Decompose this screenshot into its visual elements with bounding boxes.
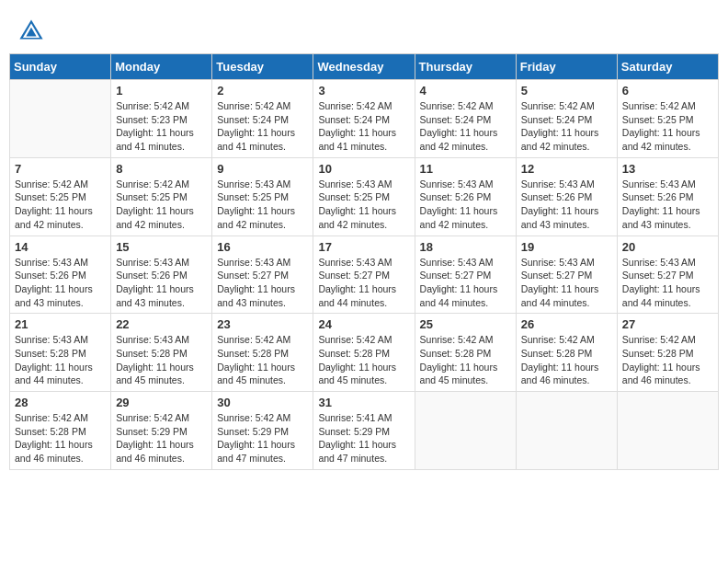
day-info: Sunrise: 5:43 AM Sunset: 5:25 PM Dayligh… [217, 178, 308, 232]
day-info: Sunrise: 5:42 AM Sunset: 5:24 PM Dayligh… [521, 99, 612, 154]
calendar-day-cell: 12Sunrise: 5:43 AM Sunset: 5:26 PM Dayli… [516, 157, 617, 236]
calendar-day-cell [516, 392, 617, 470]
day-number: 26 [521, 317, 612, 331]
day-info: Sunrise: 5:42 AM Sunset: 5:23 PM Dayligh… [116, 99, 207, 154]
calendar-day-cell: 2Sunrise: 5:42 AM Sunset: 5:24 PM Daylig… [212, 80, 313, 158]
day-info: Sunrise: 5:43 AM Sunset: 5:27 PM Dayligh… [622, 256, 713, 310]
day-info: Sunrise: 5:43 AM Sunset: 5:26 PM Dayligh… [420, 178, 511, 232]
calendar-day-cell: 30Sunrise: 5:42 AM Sunset: 5:29 PM Dayli… [212, 392, 313, 470]
calendar-day-cell: 26Sunrise: 5:42 AM Sunset: 5:28 PM Dayli… [516, 314, 617, 392]
day-info: Sunrise: 5:42 AM Sunset: 5:28 PM Dayligh… [217, 333, 308, 387]
day-info: Sunrise: 5:43 AM Sunset: 5:27 PM Dayligh… [521, 256, 612, 310]
day-info: Sunrise: 5:43 AM Sunset: 5:26 PM Dayligh… [116, 256, 207, 310]
calendar-day-cell: 28Sunrise: 5:42 AM Sunset: 5:28 PM Dayli… [10, 392, 111, 470]
day-number: 27 [622, 317, 713, 331]
day-info: Sunrise: 5:43 AM Sunset: 5:27 PM Dayligh… [217, 256, 308, 310]
weekday-header-sunday: Sunday [10, 54, 111, 80]
day-number: 22 [116, 317, 207, 331]
day-info: Sunrise: 5:42 AM Sunset: 5:25 PM Dayligh… [15, 178, 106, 232]
day-number: 5 [521, 84, 612, 98]
day-number: 1 [116, 84, 207, 98]
weekday-header-monday: Monday [111, 54, 212, 80]
calendar-day-cell: 8Sunrise: 5:42 AM Sunset: 5:25 PM Daylig… [111, 157, 212, 236]
day-info: Sunrise: 5:41 AM Sunset: 5:29 PM Dayligh… [318, 411, 409, 465]
day-info: Sunrise: 5:42 AM Sunset: 5:25 PM Dayligh… [622, 99, 713, 154]
day-number: 14 [15, 240, 106, 254]
day-number: 25 [420, 317, 511, 331]
calendar-day-cell: 22Sunrise: 5:43 AM Sunset: 5:28 PM Dayli… [111, 314, 212, 392]
calendar-day-cell [10, 80, 111, 158]
day-info: Sunrise: 5:43 AM Sunset: 5:27 PM Dayligh… [318, 256, 409, 310]
day-number: 12 [521, 162, 612, 176]
calendar-day-cell: 19Sunrise: 5:43 AM Sunset: 5:27 PM Dayli… [516, 236, 617, 314]
day-number: 3 [318, 84, 409, 98]
day-info: Sunrise: 5:42 AM Sunset: 5:28 PM Dayligh… [521, 333, 612, 387]
calendar-day-cell: 13Sunrise: 5:43 AM Sunset: 5:26 PM Dayli… [617, 157, 718, 236]
day-info: Sunrise: 5:43 AM Sunset: 5:25 PM Dayligh… [318, 178, 409, 232]
day-info: Sunrise: 5:42 AM Sunset: 5:24 PM Dayligh… [420, 99, 511, 154]
calendar-day-cell: 7Sunrise: 5:42 AM Sunset: 5:25 PM Daylig… [10, 157, 111, 236]
day-number: 29 [116, 396, 207, 409]
day-number: 11 [420, 162, 511, 176]
calendar-table: SundayMondayTuesdayWednesdayThursdayFrid… [9, 53, 719, 470]
weekday-header-row: SundayMondayTuesdayWednesdayThursdayFrid… [10, 54, 719, 80]
day-info: Sunrise: 5:42 AM Sunset: 5:29 PM Dayligh… [116, 411, 207, 465]
calendar-day-cell: 24Sunrise: 5:42 AM Sunset: 5:28 PM Dayli… [313, 314, 415, 392]
day-info: Sunrise: 5:42 AM Sunset: 5:29 PM Dayligh… [217, 411, 308, 465]
day-number: 28 [15, 396, 106, 409]
calendar-day-cell: 6Sunrise: 5:42 AM Sunset: 5:25 PM Daylig… [617, 80, 718, 158]
day-info: Sunrise: 5:42 AM Sunset: 5:28 PM Dayligh… [420, 333, 511, 387]
day-number: 19 [521, 240, 612, 254]
day-info: Sunrise: 5:42 AM Sunset: 5:24 PM Dayligh… [217, 99, 308, 154]
day-info: Sunrise: 5:43 AM Sunset: 5:26 PM Dayligh… [15, 256, 106, 310]
day-number: 2 [217, 84, 308, 98]
day-number: 13 [622, 162, 713, 176]
day-info: Sunrise: 5:43 AM Sunset: 5:26 PM Dayligh… [622, 178, 713, 232]
calendar-day-cell: 31Sunrise: 5:41 AM Sunset: 5:29 PM Dayli… [313, 392, 415, 470]
calendar-day-cell: 25Sunrise: 5:42 AM Sunset: 5:28 PM Dayli… [415, 314, 516, 392]
day-number: 15 [116, 240, 207, 254]
day-number: 6 [622, 84, 713, 98]
calendar-day-cell: 16Sunrise: 5:43 AM Sunset: 5:27 PM Dayli… [212, 236, 313, 314]
day-number: 16 [217, 240, 308, 254]
calendar-day-cell: 3Sunrise: 5:42 AM Sunset: 5:24 PM Daylig… [313, 80, 415, 158]
day-info: Sunrise: 5:42 AM Sunset: 5:28 PM Dayligh… [622, 333, 713, 387]
day-info: Sunrise: 5:43 AM Sunset: 5:26 PM Dayligh… [521, 178, 612, 232]
day-number: 24 [318, 317, 409, 331]
day-number: 7 [15, 162, 106, 176]
day-info: Sunrise: 5:43 AM Sunset: 5:27 PM Dayligh… [420, 256, 511, 310]
calendar-day-cell: 14Sunrise: 5:43 AM Sunset: 5:26 PM Dayli… [10, 236, 111, 314]
day-number: 21 [15, 317, 106, 331]
day-number: 9 [217, 162, 308, 176]
calendar-day-cell: 10Sunrise: 5:43 AM Sunset: 5:25 PM Dayli… [313, 157, 415, 236]
calendar-day-cell: 27Sunrise: 5:42 AM Sunset: 5:28 PM Dayli… [617, 314, 718, 392]
day-info: Sunrise: 5:42 AM Sunset: 5:25 PM Dayligh… [116, 178, 207, 232]
weekday-header-wednesday: Wednesday [313, 54, 415, 80]
calendar-day-cell: 11Sunrise: 5:43 AM Sunset: 5:26 PM Dayli… [415, 157, 516, 236]
weekday-header-saturday: Saturday [617, 54, 718, 80]
calendar-day-cell: 21Sunrise: 5:43 AM Sunset: 5:28 PM Dayli… [10, 314, 111, 392]
day-number: 23 [217, 317, 308, 331]
logo [18, 18, 48, 44]
calendar-week-row: 21Sunrise: 5:43 AM Sunset: 5:28 PM Dayli… [10, 314, 719, 392]
calendar-week-row: 28Sunrise: 5:42 AM Sunset: 5:28 PM Dayli… [10, 392, 719, 470]
day-info: Sunrise: 5:43 AM Sunset: 5:28 PM Dayligh… [116, 333, 207, 387]
calendar-day-cell: 20Sunrise: 5:43 AM Sunset: 5:27 PM Dayli… [617, 236, 718, 314]
page-header [9, 9, 719, 49]
calendar-week-row: 14Sunrise: 5:43 AM Sunset: 5:26 PM Dayli… [10, 236, 719, 314]
day-number: 17 [318, 240, 409, 254]
weekday-header-tuesday: Tuesday [212, 54, 313, 80]
calendar-day-cell [415, 392, 516, 470]
calendar-day-cell [617, 392, 718, 470]
calendar-day-cell: 29Sunrise: 5:42 AM Sunset: 5:29 PM Dayli… [111, 392, 212, 470]
weekday-header-thursday: Thursday [415, 54, 516, 80]
calendar-day-cell: 4Sunrise: 5:42 AM Sunset: 5:24 PM Daylig… [415, 80, 516, 158]
day-number: 31 [318, 396, 409, 409]
calendar-day-cell: 1Sunrise: 5:42 AM Sunset: 5:23 PM Daylig… [111, 80, 212, 158]
calendar-day-cell: 15Sunrise: 5:43 AM Sunset: 5:26 PM Dayli… [111, 236, 212, 314]
calendar-week-row: 1Sunrise: 5:42 AM Sunset: 5:23 PM Daylig… [10, 80, 719, 158]
weekday-header-friday: Friday [516, 54, 617, 80]
day-number: 20 [622, 240, 713, 254]
calendar-day-cell: 18Sunrise: 5:43 AM Sunset: 5:27 PM Dayli… [415, 236, 516, 314]
calendar-day-cell: 5Sunrise: 5:42 AM Sunset: 5:24 PM Daylig… [516, 80, 617, 158]
